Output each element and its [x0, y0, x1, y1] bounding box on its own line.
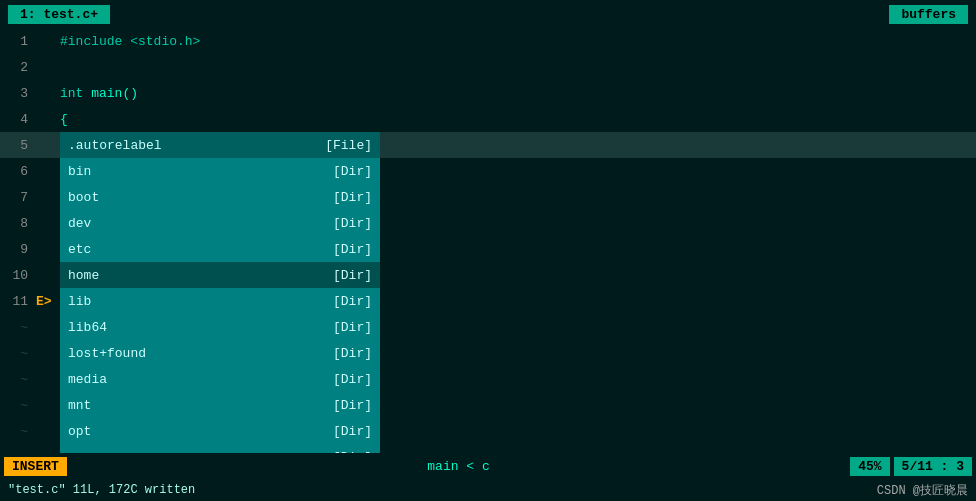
- line-num-row-11: 11 E>: [0, 288, 60, 314]
- info-bar: "test.c" 11L, 172C written CSDN @技匠晓晨: [0, 479, 976, 501]
- line-numbers-overlay: 6 7 8 9 10 11 E>: [0, 158, 60, 453]
- line-content-1: #include <stdio.h>: [60, 34, 200, 49]
- line-content-4: {: [60, 112, 68, 127]
- code-area: 1 #include <stdio.h> 2 3 int main() 4 {: [0, 28, 976, 453]
- buffers-label: buffers: [889, 5, 968, 24]
- autocomplete-dropdown[interactable]: .autorelabel [File] bin [Dir] boot [Dir]…: [60, 132, 380, 453]
- tilde-row-4: ~: [0, 392, 60, 418]
- line-num-row-8: 8: [0, 210, 60, 236]
- tilde-row-1: ~: [0, 314, 60, 340]
- line-num-2: 2: [4, 60, 36, 75]
- mode-indicator: INSERT: [4, 457, 67, 476]
- ac-item-7[interactable]: lib64 [Dir]: [60, 314, 380, 340]
- line-content-3: int main(): [60, 86, 138, 101]
- line-num-row-10: 10: [0, 262, 60, 288]
- tab-item[interactable]: 1: test.c+: [8, 5, 110, 24]
- ac-item-5[interactable]: home [Dir]: [60, 262, 380, 288]
- line-2: 2: [0, 54, 976, 80]
- tilde-row-6: ~: [0, 444, 60, 453]
- line-num-3: 3: [4, 86, 36, 101]
- line-num-5: 5: [4, 138, 36, 153]
- line-4: 4 {: [0, 106, 976, 132]
- ac-item-8[interactable]: lost+found [Dir]: [60, 340, 380, 366]
- ac-item-3[interactable]: dev [Dir]: [60, 210, 380, 236]
- status-percent: 45%: [850, 457, 889, 476]
- ac-item-2[interactable]: boot [Dir]: [60, 184, 380, 210]
- line-num-4: 4: [4, 112, 36, 127]
- tilde-row-3: ~: [0, 366, 60, 392]
- ac-item-1[interactable]: bin [Dir]: [60, 158, 380, 184]
- ac-item-12[interactable]: proc [Dir]: [60, 444, 380, 453]
- status-center: main < c: [427, 459, 489, 474]
- ac-item-11[interactable]: opt [Dir]: [60, 418, 380, 444]
- status-right: 45% 5/11 : 3: [850, 457, 972, 476]
- line-num-row-9: 9: [0, 236, 60, 262]
- info-left: "test.c" 11L, 172C written: [8, 483, 195, 497]
- ac-item-0[interactable]: .autorelabel [File]: [60, 132, 380, 158]
- info-right: CSDN @技匠晓晨: [877, 482, 968, 499]
- ac-item-6[interactable]: lib [Dir]: [60, 288, 380, 314]
- ac-item-10[interactable]: mnt [Dir]: [60, 392, 380, 418]
- line-num-1: 1: [4, 34, 36, 49]
- ac-item-9[interactable]: media [Dir]: [60, 366, 380, 392]
- line-num-row-6: 6: [0, 158, 60, 184]
- line-1: 1 #include <stdio.h>: [0, 28, 976, 54]
- ac-item-4[interactable]: etc [Dir]: [60, 236, 380, 262]
- line-num-row-7: 7: [0, 184, 60, 210]
- status-position: 5/11 : 3: [894, 457, 972, 476]
- tab-bar: 1: test.c+ buffers: [0, 0, 976, 28]
- tilde-row-5: ~: [0, 418, 60, 444]
- line-3: 3 int main(): [0, 80, 976, 106]
- tilde-row-2: ~: [0, 340, 60, 366]
- status-bar: INSERT main < c 45% 5/11 : 3: [0, 453, 976, 479]
- editor: 1: test.c+ buffers 1 #include <stdio.h> …: [0, 0, 976, 501]
